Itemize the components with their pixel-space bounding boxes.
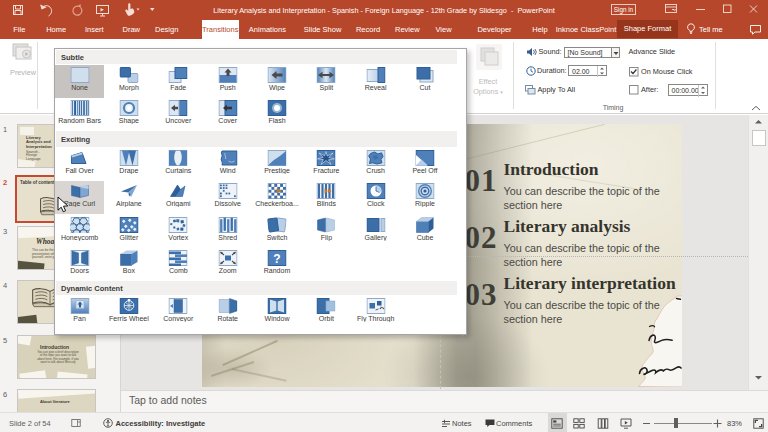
svg-text:?: ? bbox=[273, 252, 280, 266]
